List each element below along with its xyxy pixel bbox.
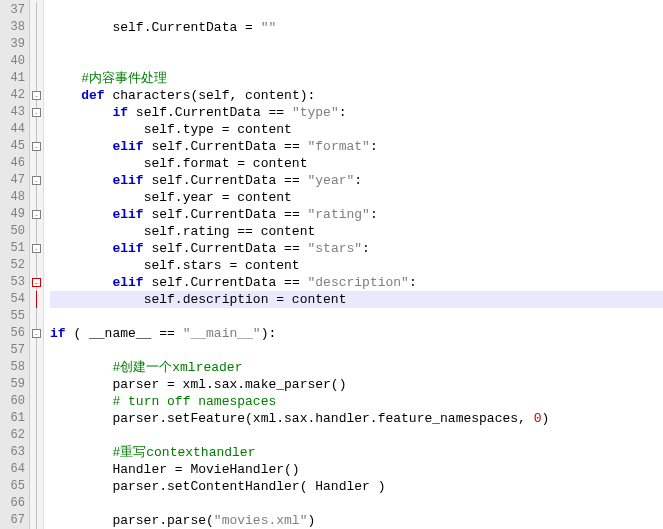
fold-row [30, 291, 43, 308]
fold-row [30, 155, 43, 172]
line-number: 57 [0, 342, 29, 359]
line-number: 48 [0, 189, 29, 206]
code-line[interactable] [50, 495, 663, 512]
fold-row: - [30, 138, 43, 155]
fold-toggle-icon[interactable]: - [32, 142, 41, 151]
fold-row: - [30, 274, 43, 291]
line-number: 50 [0, 223, 29, 240]
line-number: 54 [0, 291, 29, 308]
fold-gutter[interactable]: -------- [30, 0, 44, 529]
code-line[interactable] [50, 427, 663, 444]
fold-row: - [30, 325, 43, 342]
fold-toggle-icon[interactable]: - [32, 91, 41, 100]
code-line[interactable] [50, 36, 663, 53]
fold-toggle-icon[interactable]: - [32, 244, 41, 253]
code-line[interactable]: self.CurrentData = "" [50, 19, 663, 36]
line-number: 52 [0, 257, 29, 274]
code-line[interactable]: self.description = content [50, 291, 663, 308]
fold-row [30, 512, 43, 529]
line-number: 65 [0, 478, 29, 495]
line-number-gutter: 3738394041424344454647484950515253545556… [0, 0, 30, 529]
code-line[interactable] [50, 53, 663, 70]
line-number: 49 [0, 206, 29, 223]
fold-row [30, 376, 43, 393]
code-line[interactable]: self.stars = content [50, 257, 663, 274]
fold-row [30, 19, 43, 36]
fold-row [30, 189, 43, 206]
code-line[interactable] [50, 308, 663, 325]
line-number: 53 [0, 274, 29, 291]
fold-row [30, 359, 43, 376]
line-number: 45 [0, 138, 29, 155]
line-number: 60 [0, 393, 29, 410]
line-number: 39 [0, 36, 29, 53]
fold-toggle-icon[interactable]: - [32, 329, 41, 338]
code-line[interactable]: Handler = MovieHandler() [50, 461, 663, 478]
fold-row [30, 427, 43, 444]
line-number: 44 [0, 121, 29, 138]
line-number: 40 [0, 53, 29, 70]
fold-row [30, 53, 43, 70]
line-number: 66 [0, 495, 29, 512]
fold-row [30, 393, 43, 410]
code-line[interactable]: elif self.CurrentData == "rating": [50, 206, 663, 223]
line-number: 46 [0, 155, 29, 172]
fold-row: - [30, 240, 43, 257]
line-number: 38 [0, 19, 29, 36]
fold-row [30, 444, 43, 461]
code-line[interactable] [50, 342, 663, 359]
code-line[interactable]: def characters(self, content): [50, 87, 663, 104]
fold-row [30, 70, 43, 87]
line-number: 62 [0, 427, 29, 444]
fold-row [30, 257, 43, 274]
code-line[interactable]: self.type = content [50, 121, 663, 138]
code-line[interactable]: self.format = content [50, 155, 663, 172]
fold-toggle-icon[interactable]: - [32, 108, 41, 117]
fold-toggle-icon[interactable]: - [32, 210, 41, 219]
code-area[interactable]: self.CurrentData = "" #内容事件处理 def charac… [44, 0, 663, 529]
code-line[interactable]: if self.CurrentData == "type": [50, 104, 663, 121]
fold-row [30, 223, 43, 240]
code-line[interactable]: #内容事件处理 [50, 70, 663, 87]
code-line[interactable]: elif self.CurrentData == "year": [50, 172, 663, 189]
code-editor[interactable]: 3738394041424344454647484950515253545556… [0, 0, 663, 529]
fold-row [30, 36, 43, 53]
line-number: 47 [0, 172, 29, 189]
fold-row [30, 410, 43, 427]
line-number: 61 [0, 410, 29, 427]
fold-row [30, 342, 43, 359]
code-line[interactable]: parser = xml.sax.make_parser() [50, 376, 663, 393]
fold-row: - [30, 172, 43, 189]
code-line[interactable]: self.year = content [50, 189, 663, 206]
line-number: 43 [0, 104, 29, 121]
fold-row [30, 2, 43, 19]
line-number: 41 [0, 70, 29, 87]
line-number: 37 [0, 2, 29, 19]
code-line[interactable] [50, 2, 663, 19]
code-line[interactable]: #重写contexthandler [50, 444, 663, 461]
fold-row: - [30, 104, 43, 121]
code-line[interactable]: self.rating == content [50, 223, 663, 240]
line-number: 63 [0, 444, 29, 461]
line-number: 56 [0, 325, 29, 342]
line-number: 55 [0, 308, 29, 325]
code-line[interactable]: elif self.CurrentData == "format": [50, 138, 663, 155]
line-number: 58 [0, 359, 29, 376]
line-number: 51 [0, 240, 29, 257]
fold-row: - [30, 206, 43, 223]
line-number: 59 [0, 376, 29, 393]
line-number: 64 [0, 461, 29, 478]
code-line[interactable]: parser.setFeature(xml.sax.handler.featur… [50, 410, 663, 427]
code-line[interactable]: parser.setContentHandler( Handler ) [50, 478, 663, 495]
fold-toggle-icon[interactable]: - [32, 176, 41, 185]
code-line[interactable]: elif self.CurrentData == "stars": [50, 240, 663, 257]
code-line[interactable]: parser.parse("movies.xml") [50, 512, 663, 529]
code-line[interactable]: if ( __name__ == "__main__"): [50, 325, 663, 342]
code-line[interactable]: #创建一个xmlreader [50, 359, 663, 376]
fold-row [30, 121, 43, 138]
fold-row [30, 308, 43, 325]
fold-toggle-icon[interactable]: - [32, 278, 41, 287]
fold-row [30, 495, 43, 512]
code-line[interactable]: elif self.CurrentData == "description": [50, 274, 663, 291]
code-line[interactable]: # turn off namespaces [50, 393, 663, 410]
